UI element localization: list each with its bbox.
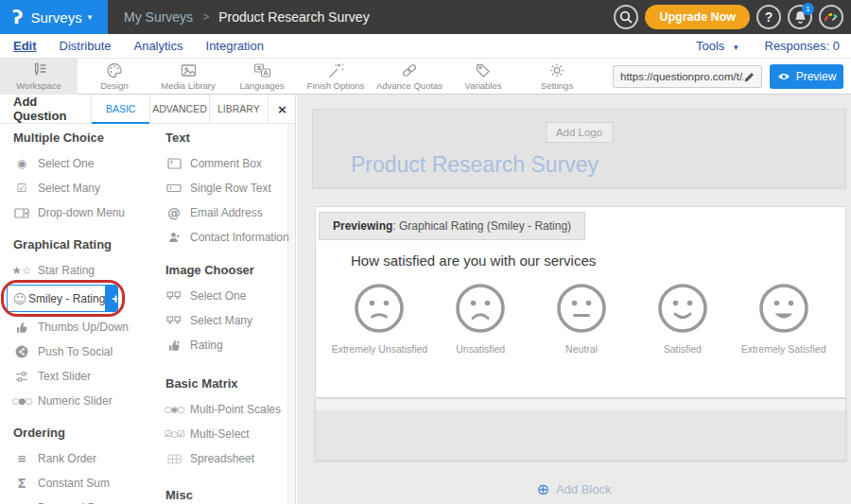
question-types-column-1: Multiple Choice ◉ Select One ☑ Select Ma… <box>13 130 150 504</box>
add-logo-button[interactable]: Add Logo <box>546 122 613 143</box>
tab-advanced[interactable]: ADVANCED <box>149 95 208 123</box>
preview-button[interactable]: Preview <box>770 64 843 89</box>
qtype-drag-and-drop[interactable]: ↖ Drag and Drop <box>13 495 150 504</box>
section-image-chooser: Image Chooser <box>165 263 290 278</box>
comment-box-icon <box>165 158 182 169</box>
qtype-single-row-text[interactable]: Single Row Text <box>165 176 290 200</box>
add-question-title: Add Question <box>0 95 91 123</box>
qtype-numeric-slider[interactable]: ○●○ Numeric Slider <box>13 389 150 413</box>
big-smile-face-icon <box>758 283 809 334</box>
qtype-image-rating[interactable]: Rating <box>165 333 290 357</box>
neutral-face-icon <box>556 283 607 334</box>
add-smiley-question-button[interactable]: + <box>105 285 118 312</box>
tab-basic[interactable]: BASIC <box>91 95 149 123</box>
toolbar-design[interactable]: Design <box>78 59 151 95</box>
qtype-spreadsheet[interactable]: Spreadsheet <box>165 446 290 471</box>
question-text[interactable]: How satisfied are you with our services <box>351 252 596 269</box>
survey-url-input[interactable] <box>620 71 743 82</box>
top-bar: ʔ Surveys ▾ My Surveys > Product Researc… <box>0 0 851 34</box>
qtype-multi-select[interactable]: ☑○☑ Multi-Select <box>165 422 290 446</box>
notifications-button[interactable]: 1 <box>788 5 812 29</box>
qtype-select-many[interactable]: ☑ Select Many <box>13 176 150 200</box>
avatar-gauge-icon <box>821 7 842 27</box>
product-switcher[interactable]: ʔ Surveys ▾ <box>0 0 108 34</box>
slight-frown-face-icon <box>354 283 405 334</box>
qtype-rank-order[interactable]: ≡ Rank Order <box>13 446 150 471</box>
qtype-text-slider[interactable]: Text Slider <box>13 364 150 389</box>
star-icon: ★☆ <box>13 264 30 277</box>
qtype-constant-sum[interactable]: Σ Constant Sum <box>13 471 150 495</box>
qtype-select-one[interactable]: ◉ Select One <box>13 151 150 176</box>
user-avatar[interactable] <box>819 5 843 29</box>
multi-select-icon: ☑○☑ <box>165 429 182 439</box>
share-icon <box>13 345 30 358</box>
previewing-question-type: : Graphical Rating (Smiley - Rating) <box>392 219 571 233</box>
product-name: Surveys <box>30 9 81 26</box>
tab-distribute[interactable]: Distribute <box>60 39 112 53</box>
questionpro-logo-icon: ʔ <box>12 8 23 26</box>
edit-pencil-icon[interactable] <box>743 71 755 83</box>
survey-nav: Edit Distribute Analytics Integration To… <box>0 34 851 59</box>
qtype-dropdown-menu[interactable]: Drop-down Menu <box>13 200 150 225</box>
tab-analytics[interactable]: Analytics <box>133 39 182 53</box>
section-misc: Misc <box>165 488 290 503</box>
responses-count[interactable]: Responses: 0 <box>765 39 841 53</box>
qtype-contact-information[interactable]: Contact Information <box>165 225 290 250</box>
tab-edit[interactable]: Edit <box>13 39 37 53</box>
qtype-push-to-social[interactable]: Push To Social <box>13 339 150 364</box>
tools-menu[interactable]: Tools ▾ <box>696 39 738 53</box>
at-icon: @ <box>165 205 182 220</box>
section-text: Text <box>165 130 290 146</box>
smiley-option-extremely-unsatisfied[interactable]: Extremely Unsatisfied <box>329 283 430 355</box>
qtype-comment-box[interactable]: Comment Box <box>165 151 290 176</box>
rank-list-icon: ≡ <box>13 452 30 465</box>
question-preview-card: Previewing : Graphical Rating (Smiley - … <box>315 206 846 398</box>
questionpro-survey-editor: ʔ Surveys ▾ My Surveys > Product Researc… <box>0 0 851 504</box>
qtype-thumbs-up-down[interactable]: Thumbs Up/Down <box>13 315 150 339</box>
section-ordering: Ordering <box>13 426 150 441</box>
search-button[interactable] <box>614 5 638 29</box>
qtype-email-address[interactable]: @ Email Address <box>165 200 290 225</box>
add-question-panel: Add Question BASIC ADVANCED LIBRARY × Mu… <box>0 95 296 504</box>
qtype-image-select-many[interactable]: Select Many <box>165 308 290 333</box>
survey-title-text[interactable]: Product Research Survey <box>351 152 599 178</box>
qtype-smiley-rating[interactable]: ☺ Smiley - Rating + <box>7 285 118 312</box>
spreadsheet-icon <box>165 454 182 464</box>
add-block-button[interactable]: ⊕ Add Block <box>297 480 851 498</box>
editor-toolbar: Workspace Design Media Library Languages… <box>0 59 851 95</box>
breadcrumb: My Surveys > Product Research Survey <box>124 9 370 25</box>
tab-integration[interactable]: Integration <box>206 39 264 53</box>
smile-face-icon <box>657 283 708 334</box>
dropdown-icon <box>13 208 30 218</box>
help-button[interactable]: ? <box>756 5 781 29</box>
toolbar-media-library[interactable]: Media Library <box>151 59 225 95</box>
smiley-icon: ☺ <box>11 291 28 306</box>
qtype-image-select-one[interactable]: Select One <box>165 284 290 308</box>
breadcrumb-my-surveys[interactable]: My Surveys <box>124 9 193 25</box>
add-question-header: Add Question BASIC ADVANCED LIBRARY × <box>0 95 296 124</box>
tag-icon <box>475 62 492 78</box>
frown-face-icon <box>455 283 506 334</box>
previewing-label: Previewing <box>333 219 392 233</box>
toolbar-workspace[interactable]: Workspace <box>0 59 78 95</box>
notification-badge: 1 <box>802 3 814 15</box>
qtype-star-rating[interactable]: ★☆ Star Rating <box>13 258 150 283</box>
smiley-option-satisfied[interactable]: Satisfied <box>632 283 733 355</box>
toolbar-languages[interactable]: Languages <box>225 59 299 95</box>
languages-icon <box>253 62 271 78</box>
close-panel-button[interactable]: × <box>268 95 296 123</box>
toolbar-settings[interactable]: Settings <box>520 59 594 95</box>
toolbar-advance-quotas[interactable]: Advance Quotas <box>373 59 446 95</box>
smiley-option-extremely-satisfied[interactable]: Extremely Satisfied <box>733 283 834 355</box>
toolbar-variables[interactable]: Variables <box>446 59 520 95</box>
tab-library[interactable]: LIBRARY <box>209 95 268 123</box>
smiley-option-neutral[interactable]: Neutral <box>531 283 633 355</box>
upgrade-now-button[interactable]: Upgrade Now <box>645 5 750 29</box>
smiley-option-unsatisfied[interactable]: Unsatisfied <box>430 283 531 355</box>
qtype-multi-point-scales[interactable]: ○◉○ Multi-Point Scales <box>165 397 290 422</box>
search-icon <box>618 9 634 25</box>
top-actions: Upgrade Now ? 1 <box>614 5 843 29</box>
section-graphical-rating: Graphical Rating <box>13 237 150 252</box>
toolbar-finish-options[interactable]: Finish Options <box>299 59 373 95</box>
section-multiple-choice: Multiple Choice <box>13 130 150 146</box>
